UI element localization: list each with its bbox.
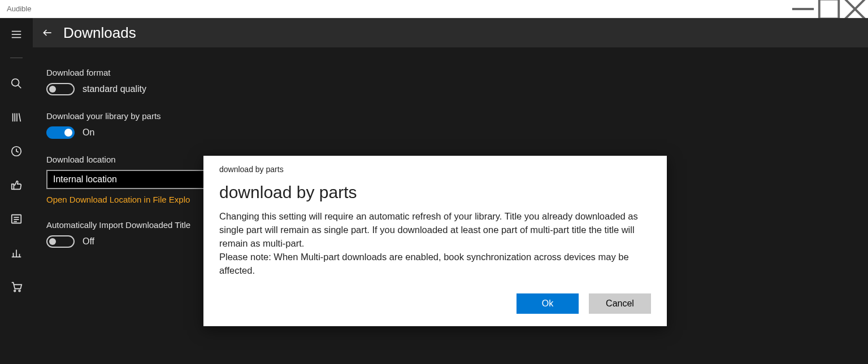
download-by-parts-block: Download your library by parts On: [46, 111, 415, 139]
download-format-label: Download format: [46, 68, 415, 77]
sidebar: [0, 18, 33, 364]
svg-rect-1: [819, 0, 839, 19]
maximize-button[interactable]: [816, 0, 842, 18]
svg-line-12: [19, 113, 21, 122]
app-window: Audible: [0, 0, 868, 364]
library-icon[interactable]: [6, 107, 27, 128]
download-by-parts-toggle[interactable]: [46, 126, 75, 139]
download-format-toggle[interactable]: [46, 83, 75, 95]
svg-line-8: [18, 85, 21, 89]
search-icon[interactable]: [6, 73, 27, 94]
close-button[interactable]: [842, 0, 868, 18]
dialog-title: download by parts: [219, 183, 651, 202]
dialog-body-p1: Changing this setting will require an au…: [219, 210, 651, 251]
clock-icon[interactable]: [6, 141, 27, 162]
svg-point-24: [19, 290, 20, 292]
download-format-block: Download format standard quality: [46, 68, 415, 95]
download-by-parts-label: Download your library by parts: [46, 111, 415, 121]
page-title: Downloads: [63, 24, 136, 42]
svg-rect-14: [12, 184, 14, 189]
content-header: Downloads: [33, 18, 868, 47]
auto-import-toggle[interactable]: [46, 235, 75, 248]
download-by-parts-value: On: [83, 128, 94, 138]
thumbs-up-icon[interactable]: [6, 174, 27, 196]
back-button[interactable]: [42, 27, 53, 38]
dialog-body-p2: Please note: When Multi-part downloads a…: [219, 251, 651, 278]
svg-point-7: [12, 79, 19, 86]
news-icon[interactable]: [6, 208, 27, 230]
app-body: Downloads Download format standard quali…: [0, 18, 868, 364]
auto-import-value: Off: [83, 236, 94, 247]
window-controls: [790, 0, 868, 18]
dialog-body: Changing this setting will require an au…: [219, 210, 651, 278]
svg-point-23: [14, 290, 16, 292]
minimize-button[interactable]: [790, 0, 816, 18]
app-name: Audible: [7, 5, 31, 13]
titlebar: Audible: [0, 0, 868, 18]
cart-icon[interactable]: [6, 276, 27, 297]
hamburger-menu-icon[interactable]: [6, 24, 27, 45]
ok-button[interactable]: Ok: [517, 293, 579, 314]
cancel-button[interactable]: Cancel: [589, 293, 651, 314]
dialog-buttons: Ok Cancel: [219, 293, 651, 314]
stats-icon[interactable]: [6, 242, 27, 264]
download-location-value: Internal location: [53, 174, 117, 185]
download-format-value: standard quality: [83, 84, 146, 94]
download-by-parts-dialog: download by parts download by parts Chan…: [203, 156, 667, 326]
dialog-small-title: download by parts: [219, 165, 651, 174]
sidebar-separator: [10, 58, 23, 58]
